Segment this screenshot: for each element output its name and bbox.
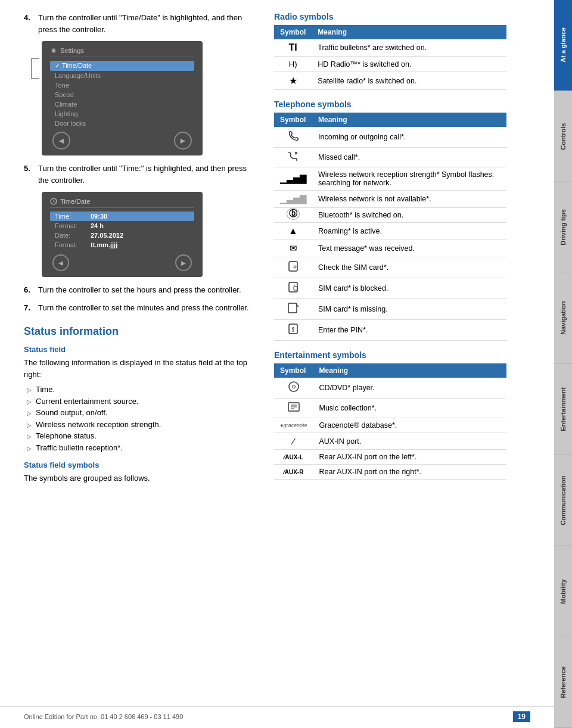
menu-item-doorlocks: Door locks: [50, 119, 194, 128]
list-item: ▷Time.: [27, 384, 256, 396]
tel-meaning-bt: Bluetooth* is switched on.: [312, 208, 506, 223]
tel-sym-signal: ▁▃▅▇: [274, 167, 312, 191]
status-field-symbols-subheading: Status field symbols: [24, 461, 256, 469]
tab-mobility[interactable]: Mobility: [554, 546, 572, 637]
arrow-icon: ▷: [27, 385, 33, 394]
table-row: SIM card* is missing.: [274, 299, 506, 320]
status-field-subheading: Status field: [24, 345, 256, 354]
radio-symbols-table: Symbol Meaning TI Traffic bulletins* are…: [274, 25, 506, 90]
tel-sym-roam: ▲: [274, 223, 312, 240]
ent-meaning-auxl: Rear AUX-IN port on the left*.: [313, 450, 506, 465]
menu-item-language: Language/Units: [50, 71, 194, 80]
radio-col-symbol: Symbol: [274, 25, 312, 39]
tab-controls[interactable]: Controls: [554, 91, 572, 182]
tel-meaning-simm: SIM card* is missing.: [312, 299, 506, 320]
list-item: ▷Wireless network reception strength.: [27, 419, 256, 431]
tel-meaning-missed: Missed call*.: [312, 148, 506, 167]
radio-meaning-ti: Traffic bulletins* are switched on.: [312, 39, 506, 57]
radio-sym-sat: ★: [274, 72, 312, 90]
radio-meaning-sat: Satellite radio* is switched on.: [312, 72, 506, 90]
status-field-list: ▷Time. ▷Current entertainment source. ▷S…: [27, 384, 256, 453]
menu-item-speed: Speed: [50, 90, 194, 99]
svg-rect-9: [294, 287, 297, 290]
ent-meaning-auxr: Rear AUX-IN port on the right*.: [313, 465, 506, 480]
sim-missing-icon: [287, 302, 300, 314]
table-row: Enter the PIN*.: [274, 320, 506, 341]
table-row: Missed call*.: [274, 148, 506, 167]
step-7-text: Turn the controller to set the minutes a…: [38, 302, 256, 314]
format-row-1: Format: 24 h: [50, 221, 194, 231]
entertainment-symbols-heading: Entertainment symbols: [274, 350, 506, 360]
page-number: 19: [513, 711, 530, 722]
step-6: 6. Turn the controller to set the hours …: [24, 284, 256, 296]
table-row: ▁▃▅▇ Wireless network is not available*.: [274, 191, 506, 208]
table-row: ▁▃▅▇ Wireless network reception strength…: [274, 167, 506, 191]
gear-icon: [50, 47, 57, 54]
ent-sym-dvd: [274, 378, 313, 399]
tab-reference[interactable]: Reference: [554, 637, 572, 728]
ent-meaning-aux: AUX-IN port.: [313, 433, 506, 450]
ent-sym-aux: ∕: [274, 433, 313, 450]
ent-meaning-music: Music collection*.: [313, 399, 506, 418]
tab-driving-tips[interactable]: Driving tips: [554, 182, 572, 273]
radio-symbols-heading: Radio symbols: [274, 12, 506, 21]
table-row: ●gracenote Gracenote® database*.: [274, 418, 506, 433]
tel-sym-nosignal: ▁▃▅▇: [274, 191, 312, 208]
table-row: SIM card* is blocked.: [274, 278, 506, 299]
ent-sym-auxr: ∕AUX-R: [274, 465, 313, 480]
table-row: CD/DVD* player.: [274, 378, 506, 399]
radio-sym-hd: H): [274, 57, 312, 72]
tel-meaning-signal: Wireless network reception strength* Sym…: [312, 167, 506, 191]
tab-entertainment[interactable]: Entertainment: [554, 364, 572, 455]
tel-meaning-pin: Enter the PIN*.: [312, 320, 506, 341]
tel-meaning-simb: SIM card* is blocked.: [312, 278, 506, 299]
tab-navigation[interactable]: Navigation: [554, 273, 572, 364]
svg-rect-8: [289, 282, 297, 292]
tel-sym-simm: [274, 299, 312, 320]
arrow-icon: ▷: [27, 444, 33, 453]
ent-col-meaning: Meaning: [313, 363, 506, 378]
time-row: Time: 09:30: [50, 211, 194, 221]
table-row: ⓑ Bluetooth* is switched on.: [274, 208, 506, 223]
step-5-number: 5.: [24, 163, 33, 186]
table-row: Music collection*.: [274, 399, 506, 418]
footer-text: Online Edition for Part no. 01 40 2 606 …: [24, 713, 183, 720]
tel-meaning-nosignal: Wireless network is not available*.: [312, 191, 506, 208]
step-4: 4. Turn the controller until "Time/Date"…: [24, 12, 256, 35]
tel-meaning-simc: Check the SIM card*.: [312, 257, 506, 278]
clock-icon: [50, 198, 57, 205]
radio-sym-ti: TI: [274, 39, 312, 57]
tel-sym-simc: [274, 257, 312, 278]
tel-sym-call: [274, 127, 312, 148]
status-field-symbols-text: The symbols are grouped as follows.: [24, 472, 256, 484]
arrow-icon: ▷: [27, 397, 33, 406]
tab-at-a-glance[interactable]: At a glance: [554, 0, 572, 91]
tel-meaning-sms: Text message* was received.: [312, 240, 506, 257]
tel-meaning-call: Incoming or outgoing call*.: [312, 127, 506, 148]
ent-meaning-gracenote: Gracenote® database*.: [313, 418, 506, 433]
tel-sym-missed: [274, 148, 312, 167]
svg-point-7: [294, 266, 296, 268]
list-item: ▷Traffic bulletin reception*.: [27, 442, 256, 454]
timedate-label: Time/Date: [60, 198, 90, 205]
tel-meaning-roam: Roaming* is active.: [312, 223, 506, 240]
status-information-heading: Status information: [24, 325, 256, 338]
sim-blocked-icon: [287, 281, 299, 293]
step-4-text: Turn the controller until "Time/Date" is…: [38, 12, 256, 35]
timedate-title: Time/Date: [50, 198, 194, 208]
page-footer: Online Edition for Part no. 01 40 2 606 …: [0, 706, 554, 722]
list-item-text: Wireless network reception strength.: [36, 419, 161, 431]
svg-point-16: [289, 382, 299, 391]
timedate-screenshot: Time/Date Time: 09:30 Format: 24 h Date:…: [42, 192, 203, 277]
table-row: Check the SIM card*.: [274, 257, 506, 278]
ent-col-symbol: Symbol: [274, 363, 313, 378]
table-row: ▲ Roaming* is active.: [274, 223, 506, 240]
menu-item-lighting: Lighting: [50, 109, 194, 119]
step-7-number: 7.: [24, 302, 33, 314]
menu-item-climate: Climate: [50, 99, 194, 109]
tab-communication[interactable]: Communication: [554, 455, 572, 546]
tel-sym-sms: ✉: [274, 240, 312, 257]
step-5-text: Turn the controller until "Time:" is hig…: [38, 163, 256, 186]
arrow-icon: ▷: [27, 421, 33, 430]
table-row: ∕AUX-R Rear AUX-IN port on the right*.: [274, 465, 506, 480]
